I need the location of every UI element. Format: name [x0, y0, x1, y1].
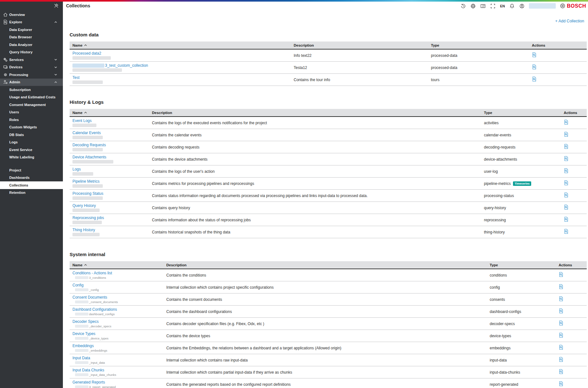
collection-name-link[interactable]: Conditions - Actions list: [72, 271, 112, 275]
chevron-down-icon[interactable]: [54, 65, 57, 69]
collection-name-link[interactable]: Thing History: [72, 228, 95, 232]
sidebar-item-services[interactable]: Services: [0, 56, 63, 64]
view-collection-icon[interactable]: [559, 369, 564, 374]
view-collection-icon[interactable]: [559, 284, 564, 289]
sidebar-item-project[interactable]: Project: [0, 166, 63, 174]
view-collection-icon[interactable]: [564, 156, 569, 161]
sidebar-subitem-logs[interactable]: Logs: [0, 139, 63, 146]
view-collection-icon[interactable]: [559, 381, 564, 386]
sidebar-subitem-data-analyzer[interactable]: Data Analyzer: [0, 41, 63, 49]
collection-name-link[interactable]: 3_test_custom_collection: [105, 63, 148, 68]
sidebar-subitem-users[interactable]: Users: [0, 109, 63, 116]
collection-name-link[interactable]: Generated Reports: [72, 380, 105, 384]
globe-icon[interactable]: [470, 3, 476, 9]
collection-name-link[interactable]: Input Data Chunks: [72, 368, 104, 372]
collection-name-link[interactable]: Device Types: [72, 331, 95, 336]
view-collection-icon[interactable]: [559, 296, 564, 301]
collection-name-link[interactable]: Query History: [72, 203, 96, 208]
chevron-up-icon[interactable]: [54, 80, 57, 84]
collection-name-link[interactable]: Logs: [72, 167, 81, 171]
actions-cell: [556, 320, 587, 327]
collection-name-link[interactable]: Consent Documents: [72, 295, 107, 300]
sidebar-item-admin[interactable]: Admin: [0, 79, 63, 86]
view-collection-icon[interactable]: [532, 52, 537, 57]
column-header-name[interactable]: Name: [70, 43, 291, 47]
view-collection-icon[interactable]: [559, 272, 564, 277]
collection-name-link[interactable]: Config: [72, 283, 84, 287]
sidebar-subitem-data-browser[interactable]: Data Browser: [0, 34, 63, 41]
type-cell: thing-history: [481, 230, 561, 234]
chevron-down-icon[interactable]: [54, 73, 57, 76]
sidebar-item-label: Collections: [9, 183, 28, 187]
sidebar-subitem-white-labeling[interactable]: White Labeling: [0, 154, 63, 161]
collection-name-link[interactable]: Embeddings: [72, 344, 94, 348]
sidebar-subitem-usage-and-estimated-costs[interactable]: Usage and Estimated Costs: [0, 94, 63, 101]
sidebar-item-overview[interactable]: Overview: [0, 11, 63, 19]
collection-name-link[interactable]: Decoder Specs: [72, 319, 99, 324]
chevron-up-icon[interactable]: [54, 20, 57, 24]
collection-name-link[interactable]: Input Data: [72, 356, 90, 360]
view-collection-icon[interactable]: [564, 229, 569, 234]
account-icon[interactable]: [519, 3, 525, 9]
sidebar-item-processing[interactable]: Processing: [0, 71, 63, 79]
view-collection-icon[interactable]: [532, 76, 537, 82]
fullscreen-icon[interactable]: [490, 3, 496, 9]
view-collection-icon[interactable]: [564, 217, 569, 222]
sidebar-subitem-query-history[interactable]: Query History: [0, 49, 63, 56]
collection-name-link[interactable]: Calendar Events: [72, 131, 101, 135]
sidebar-subitem-db-stats[interactable]: DB Stats: [0, 131, 63, 139]
collection-name-link[interactable]: Dashboard Configurations: [72, 307, 117, 312]
view-collection-icon[interactable]: [564, 119, 569, 125]
collection-name-link[interactable]: Reprocessing jobs: [72, 216, 104, 220]
column-header-name[interactable]: Name: [70, 263, 163, 267]
notifications-bell-icon[interactable]: [509, 3, 515, 9]
masked-text: [72, 196, 103, 200]
view-collection-icon[interactable]: [559, 332, 564, 338]
sidebar-item-explore[interactable]: Explore: [0, 19, 63, 26]
sidebar-subitem-roles[interactable]: Roles: [0, 116, 63, 124]
collection-name-link[interactable]: Event Logs: [72, 118, 92, 123]
column-header-name[interactable]: Name: [70, 111, 149, 115]
collection-name-link[interactable]: Processing Status: [72, 191, 103, 196]
view-collection-icon[interactable]: [564, 144, 569, 149]
type-cell: consents: [487, 297, 556, 302]
chevron-down-icon[interactable]: [54, 58, 57, 61]
view-collection-icon[interactable]: [532, 64, 537, 70]
collection-name-link[interactable]: Device Attachments: [72, 155, 106, 159]
sort-ascending-icon[interactable]: [84, 263, 87, 267]
view-collection-icon[interactable]: [559, 357, 564, 362]
sidebar-subitem-subscription[interactable]: Subscription: [0, 86, 63, 94]
view-collection-icon[interactable]: [564, 204, 569, 210]
history-icon[interactable]: [460, 3, 466, 9]
sidebar-subitem-data-explorer[interactable]: Data Explorer: [0, 26, 63, 34]
masked-text: [72, 184, 103, 188]
view-collection-icon[interactable]: [564, 168, 569, 173]
collection-name-link[interactable]: Decoding Requests: [72, 143, 106, 147]
sidebar-subitem-label: DB Stats: [9, 133, 24, 137]
collection-id-subtext: _input_data_chunks: [75, 373, 163, 377]
unpin-sidebar-icon[interactable]: [53, 3, 59, 9]
sidebar-subitem-event-service[interactable]: Event Service: [0, 146, 63, 154]
sidebar-item-devices[interactable]: Devices: [0, 64, 63, 71]
language-selector[interactable]: EN: [500, 4, 505, 8]
view-collection-icon[interactable]: [564, 192, 569, 198]
sidebar-subitem-custom-widgets[interactable]: Custom Widgets: [0, 124, 63, 131]
sidebar-item-collections[interactable]: Collections: [0, 181, 63, 189]
sidebar-item-dashboards[interactable]: Dashboards: [0, 174, 63, 182]
view-collection-icon[interactable]: [559, 308, 564, 314]
sort-ascending-icon[interactable]: [84, 44, 87, 47]
type-cell: processed-data: [428, 53, 529, 58]
view-collection-icon[interactable]: [564, 180, 569, 186]
sidebar-subitem-consent-management[interactable]: Consent Management: [0, 101, 63, 109]
sidebar-item-retention[interactable]: Retention: [0, 189, 63, 197]
collection-name-link[interactable]: Pipeline Metrics: [72, 179, 100, 184]
description-cell: Testa12: [291, 65, 428, 70]
view-collection-icon[interactable]: [564, 132, 569, 137]
view-collection-icon[interactable]: [559, 320, 564, 326]
collection-name-link[interactable]: Test: [72, 75, 79, 80]
collection-name-link[interactable]: Processed data2: [72, 51, 101, 56]
sort-ascending-icon[interactable]: [84, 111, 87, 114]
help-panel-icon[interactable]: ?: [480, 3, 486, 9]
view-collection-icon[interactable]: [559, 345, 564, 350]
add-collection-button[interactable]: + Add Collection: [555, 19, 584, 23]
